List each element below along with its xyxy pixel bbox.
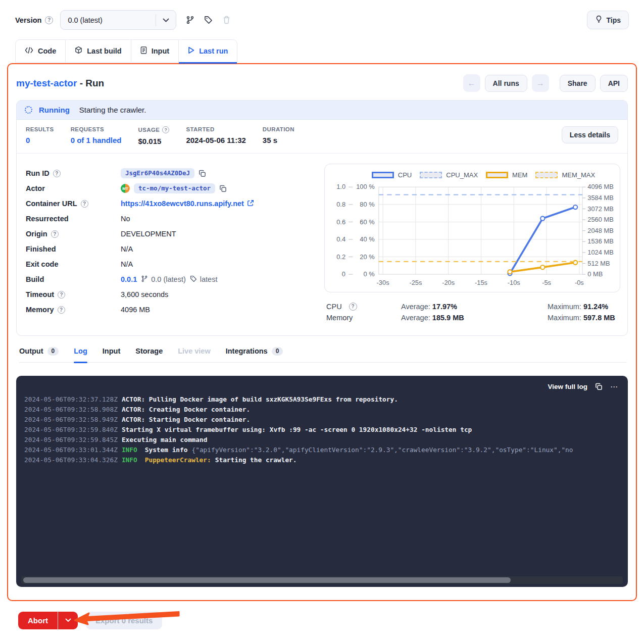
detail-value: No <box>121 215 130 223</box>
legend-item-mem_max[interactable]: MEM_MAX <box>535 171 595 179</box>
legend-item-mem[interactable]: MEM <box>486 171 527 179</box>
log-line: 2024-05-06T09:32:58.949ZACTOR: Starting … <box>24 415 628 425</box>
help-icon[interactable]: ? <box>81 200 88 208</box>
detail-value: N/A <box>121 245 133 253</box>
cpu-max-value: 91.24% <box>583 303 608 311</box>
svg-text:100 %: 100 % <box>356 183 374 190</box>
mem-avg-key: Average: <box>401 314 430 322</box>
build-branch: 0.0 (latest) <box>141 275 186 284</box>
usage-chart-column: CPUCPU_MAXMEMMEM_MAX -30s-25s-20s-15s-10… <box>324 164 620 323</box>
tab-input[interactable]: Input <box>131 39 179 63</box>
chevron-down-icon <box>156 14 176 26</box>
legend-item-cpu_max[interactable]: CPU_MAX <box>420 171 478 179</box>
detail-row-finished: FinishedN/A <box>26 241 313 257</box>
svg-text:0: 0 <box>342 270 345 278</box>
stat-value: $0.015 <box>138 137 169 145</box>
stat-value[interactable]: 0 <box>26 136 54 144</box>
status-banner: Running Starting the crawler. <box>17 101 627 120</box>
abort-button[interactable]: Abort <box>18 612 58 629</box>
share-button[interactable]: Share <box>560 75 596 92</box>
tab-output[interactable]: Output0 <box>19 347 59 362</box>
log-more-options-icon[interactable]: ⋯ <box>610 382 619 391</box>
detail-label-text: Memory <box>26 306 54 314</box>
less-details-button[interactable]: Less details <box>562 126 618 143</box>
prev-run-arrow-icon[interactable]: ← <box>463 74 480 92</box>
stat-requests: REQUESTS0 of 1 handled <box>71 126 122 144</box>
cpu-avg-value: 17.97% <box>432 303 457 311</box>
running-spinner-icon <box>25 106 32 114</box>
detail-label-text: Container URL <box>26 200 77 208</box>
version-help-icon[interactable]: ? <box>45 16 53 24</box>
detail-label: Timeout? <box>26 290 121 299</box>
help-icon[interactable]: ? <box>162 126 169 133</box>
value-chip[interactable]: tc-mo/my-test-actor <box>134 183 215 193</box>
tab-storage[interactable]: Storage <box>135 347 163 362</box>
help-icon[interactable]: ? <box>58 291 65 299</box>
tab-log[interactable]: Log <box>74 347 87 362</box>
detail-value-text: 4096 MB <box>121 306 150 314</box>
external-link-icon <box>247 200 254 208</box>
all-runs-button[interactable]: All runs <box>485 75 527 92</box>
lightbulb-icon <box>595 15 603 25</box>
tab-code[interactable]: Code <box>15 39 66 63</box>
run-output-tabs: Output0LogInputStorageLive viewIntegrati… <box>19 347 627 363</box>
tab-label: Storage <box>135 347 163 355</box>
stat-value[interactable]: 0 of 1 handled <box>71 136 122 144</box>
build-number-link[interactable]: 0.0.1 <box>121 275 137 283</box>
actor-name-link[interactable]: my-test-actor <box>16 78 77 88</box>
branch-text: 0.0 (latest) <box>151 275 186 283</box>
help-icon[interactable]: ? <box>58 306 65 314</box>
tab-label: Code <box>38 47 56 55</box>
log-line: 2024-05-06T09:32:37.128ZACTOR: Pulling D… <box>24 394 628 405</box>
stat-label-text: RESULTS <box>26 126 54 132</box>
value-chip[interactable]: JsgEr6P40s4AZ0DeJ <box>121 168 194 178</box>
detail-label: Resurrected <box>26 215 121 223</box>
legend-label: MEM_MAX <box>562 171 595 179</box>
legend-label: CPU_MAX <box>446 171 478 179</box>
tab-last-build[interactable]: Last build <box>65 39 131 63</box>
abort-chevron-down-icon[interactable] <box>58 612 78 629</box>
help-icon[interactable]: ? <box>53 170 61 177</box>
copy-icon[interactable] <box>199 170 206 177</box>
log-horizontal-scrollbar[interactable] <box>21 576 623 584</box>
tab-label: Output <box>19 347 43 355</box>
copy-log-icon[interactable] <box>595 383 603 390</box>
branch-icon[interactable] <box>186 16 194 24</box>
tab-label: Input <box>152 47 169 55</box>
tab-input[interactable]: Input <box>103 347 120 362</box>
stat-label-text: STARTED <box>186 126 214 132</box>
version-select[interactable]: 0.0 (latest) <box>60 10 176 30</box>
run-details-card: Running Starting the crawler. RESULTS0RE… <box>16 100 628 336</box>
help-icon[interactable]: ? <box>51 230 59 238</box>
detail-label-text: Exit code <box>26 260 58 268</box>
cpu-max-key: Maximum: <box>548 303 581 311</box>
stat-label: DURATION <box>263 126 294 132</box>
detail-value: N/A <box>121 260 133 268</box>
svg-text:0.8: 0.8 <box>336 201 345 208</box>
svg-text:0.6: 0.6 <box>336 218 345 226</box>
stat-label-text: DURATION <box>263 126 294 132</box>
api-button[interactable]: API <box>600 75 628 92</box>
stat-usage: USAGE?$0.015 <box>138 126 169 145</box>
svg-text:4096 MB: 4096 MB <box>587 183 613 190</box>
detail-row-build: Build0.0.10.0 (latest)latest <box>26 272 313 287</box>
tips-button[interactable]: Tips <box>587 11 629 29</box>
container-url-link[interactable]: https://41xo8ewcvt80.runs.apify.net <box>121 200 254 208</box>
copy-icon[interactable] <box>219 185 227 192</box>
cpu-help-icon[interactable]: ? <box>349 303 357 311</box>
log-scrollbar-thumb[interactable] <box>23 577 511 583</box>
log-line: 2024-05-06T09:33:04.326ZINFOPuppeteerCra… <box>24 455 628 465</box>
detail-label-text: Resurrected <box>26 215 69 223</box>
tab-last-run[interactable]: Last run <box>178 39 237 63</box>
legend-item-cpu[interactable]: CPU <box>372 171 412 179</box>
tag-icon[interactable] <box>204 16 213 24</box>
tab-integrations[interactable]: Integrations0 <box>226 347 283 362</box>
view-full-log-button[interactable]: View full log <box>548 383 587 390</box>
branch-icon <box>141 275 148 284</box>
export-results-button: Export 0 results <box>86 612 162 629</box>
next-run-arrow-icon[interactable]: → <box>532 74 549 92</box>
log-line: 2024-05-06T09:32:58.908ZACTOR: Creating … <box>24 405 628 415</box>
log-msg: Starting X virtual framebuffer using: Xv… <box>122 426 472 433</box>
detail-row-actor: ActorMTtc-mo/my-test-actor <box>26 181 313 196</box>
tab-label: Integrations <box>226 347 268 355</box>
